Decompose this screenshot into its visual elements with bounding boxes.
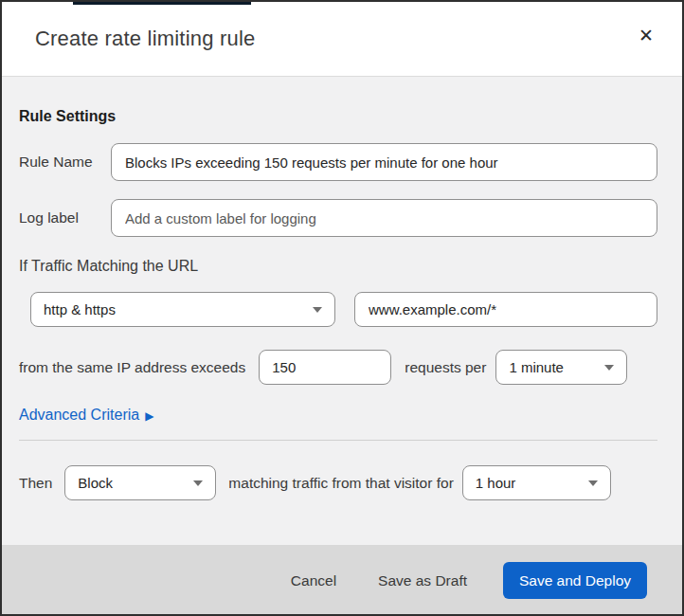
section-divider — [19, 440, 657, 441]
advanced-criteria-link[interactable]: Advanced Criteria ▶ — [19, 407, 153, 424]
threshold-middle-text: requests per — [405, 359, 486, 376]
scheme-select-value: http & https — [44, 301, 116, 317]
traffic-match-heading: If Traffic Matching the URL — [19, 258, 657, 275]
log-label-input[interactable] — [111, 199, 657, 237]
chevron-down-icon — [193, 480, 203, 486]
rule-name-row: Rule Name — [19, 143, 657, 181]
rule-name-label: Rule Name — [19, 154, 111, 171]
create-rate-limiting-rule-dialog: Create rate limiting rule ✕ Rule Setting… — [0, 0, 684, 616]
dialog-footer: Cancel Save as Draft Save and Deploy — [2, 545, 682, 616]
dialog-header: Create rate limiting rule ✕ — [2, 2, 682, 77]
cancel-button[interactable]: Cancel — [281, 565, 346, 597]
then-row: Then Block matching traffic from that vi… — [19, 465, 657, 500]
rule-settings-heading: Rule Settings — [19, 108, 657, 125]
request-count-input[interactable] — [259, 350, 391, 385]
chevron-down-icon — [313, 307, 322, 313]
log-label-row: Log label — [19, 199, 657, 237]
chevron-down-icon — [604, 365, 614, 371]
dialog-title: Create rate limiting rule — [35, 27, 255, 51]
rule-name-input[interactable] — [111, 143, 657, 181]
period-select[interactable]: 1 minute — [495, 350, 627, 385]
chevron-down-icon — [588, 480, 598, 486]
action-select[interactable]: Block — [64, 465, 216, 500]
action-select-value: Block — [78, 475, 113, 491]
chevron-right-icon: ▶ — [145, 409, 153, 423]
background-page-strip — [73, 2, 251, 5]
then-middle-text: matching traffic from that visitor for — [228, 475, 453, 492]
advanced-criteria-label: Advanced Criteria — [19, 407, 139, 424]
scheme-select[interactable]: http & https — [30, 292, 335, 327]
url-pattern-input[interactable] — [354, 292, 657, 327]
threshold-prefix-text: from the same IP address exceeds — [19, 359, 245, 376]
then-prefix-text: Then — [19, 475, 52, 492]
close-icon[interactable]: ✕ — [635, 23, 657, 48]
scheme-url-row: http & https — [19, 292, 657, 327]
log-label-label: Log label — [19, 209, 111, 226]
period-select-value: 1 minute — [509, 359, 564, 375]
duration-select[interactable]: 1 hour — [462, 465, 611, 500]
duration-select-value: 1 hour — [476, 475, 516, 491]
threshold-row: from the same IP address exceeds request… — [19, 350, 657, 385]
dialog-body: Rule Settings Rule Name Log label If Tra… — [2, 77, 682, 545]
save-and-deploy-button[interactable]: Save and Deploy — [503, 562, 647, 599]
save-as-draft-button[interactable]: Save as Draft — [369, 565, 477, 597]
